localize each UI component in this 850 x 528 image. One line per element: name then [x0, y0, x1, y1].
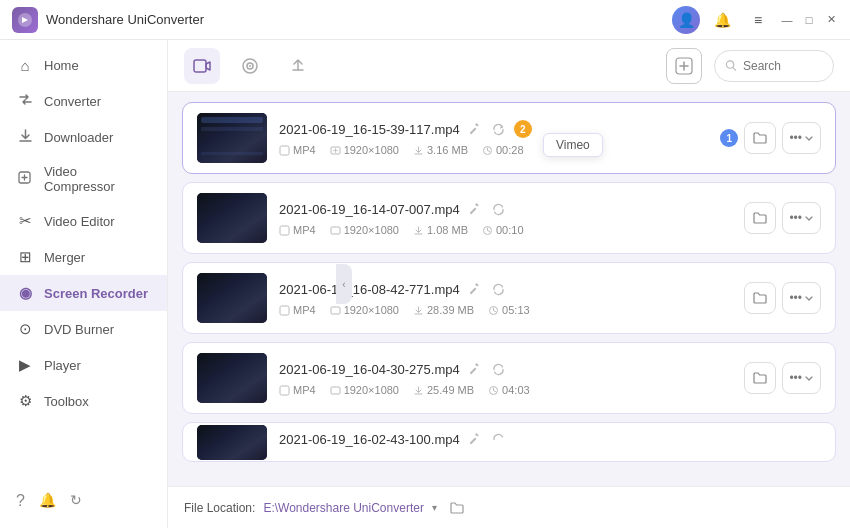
refresh-icon[interactable]	[490, 430, 508, 448]
file-info: 2021-06-19_16-15-39-117.mp4 2 MP4	[279, 120, 708, 156]
search-box[interactable]	[714, 50, 834, 82]
sidebar-item-label: Downloader	[44, 130, 113, 145]
refresh-icon[interactable]	[490, 200, 508, 218]
duration-info: 00:10	[482, 224, 524, 236]
file-card: 2021-06-19_16-08-42-771.mp4 MP4	[182, 262, 836, 334]
open-location-button[interactable]	[445, 496, 469, 520]
sidebar-item-screen-recorder[interactable]: ◉ Screen Recorder	[0, 275, 167, 311]
size-info: 25.49 MB	[413, 384, 474, 396]
minimize-button[interactable]: —	[780, 13, 794, 27]
profile-icon[interactable]: 👤	[672, 6, 700, 34]
svg-point-5	[249, 65, 251, 67]
file-thumbnail	[197, 353, 267, 403]
file-meta: MP4 1920×1080 1.08 MB 00:10	[279, 224, 732, 236]
edit-icon[interactable]	[466, 360, 484, 378]
tab-share[interactable]	[280, 48, 316, 84]
sidebar-item-video-compressor[interactable]: Video Compressor	[0, 155, 167, 203]
downloader-icon	[16, 128, 34, 146]
duration-info: 04:03	[488, 384, 530, 396]
dvd-icon: ⊙	[16, 320, 34, 338]
main-layout: ⌂ Home Converter Downloader Video Compre…	[0, 40, 850, 528]
svg-rect-11	[280, 226, 289, 235]
file-name-row: 2021-06-19_16-14-07-007.mp4	[279, 200, 732, 218]
sidebar-item-video-editor[interactable]: ✂ Video Editor	[0, 203, 167, 239]
close-button[interactable]: ✕	[824, 13, 838, 27]
file-card: 2021-06-19_16-04-30-275.mp4 MP4	[182, 342, 836, 414]
open-folder-button[interactable]	[744, 122, 776, 154]
resolution-info: 1920×1080	[330, 304, 399, 316]
edit-icon[interactable]	[466, 120, 484, 138]
more-options-button[interactable]: •••	[782, 122, 821, 154]
file-name: 2021-06-19_16-15-39-117.mp4	[279, 122, 460, 137]
file-resolution: 1920×1080	[344, 224, 399, 236]
app-logo	[12, 7, 38, 33]
sidebar-item-player[interactable]: ▶ Player	[0, 347, 167, 383]
refresh-icon[interactable]	[490, 360, 508, 378]
help-icon[interactable]: ?	[16, 492, 25, 510]
bell-icon[interactable]: 🔔	[708, 6, 736, 34]
file-name-row: 2021-06-19_16-15-39-117.mp4 2	[279, 120, 708, 138]
svg-rect-2	[194, 60, 206, 72]
edit-icon[interactable]	[466, 430, 484, 448]
add-files-button[interactable]	[666, 48, 702, 84]
file-location-path: E:\Wondershare UniConverter	[263, 501, 424, 515]
format-info: MP4	[279, 224, 316, 236]
path-dropdown-arrow[interactable]: ▾	[432, 502, 437, 513]
compressor-icon	[16, 170, 34, 188]
sidebar-item-label: Merger	[44, 250, 85, 265]
tab-audio[interactable]	[232, 48, 268, 84]
file-name-row: 2021-06-19_16-02-43-100.mp4	[279, 430, 821, 448]
svg-rect-18	[331, 387, 340, 394]
file-size: 1.08 MB	[427, 224, 468, 236]
content-area: 2021-06-19_16-15-39-117.mp4 2 MP4	[168, 40, 850, 528]
file-size: 3.16 MB	[427, 144, 468, 156]
edit-icon[interactable]	[466, 280, 484, 298]
refresh-icon[interactable]: ↻	[70, 492, 82, 510]
sidebar-item-merger[interactable]: ⊞ Merger	[0, 239, 167, 275]
sidebar-item-dvd-burner[interactable]: ⊙ DVD Burner	[0, 311, 167, 347]
refresh-icon[interactable]	[490, 120, 508, 138]
titlebar: Wondershare UniConverter 👤 🔔 ≡ — □ ✕	[0, 0, 850, 40]
notification-icon[interactable]: 🔔	[39, 492, 56, 510]
more-options-button[interactable]: •••	[782, 202, 821, 234]
svg-rect-17	[280, 386, 289, 395]
file-format: MP4	[293, 384, 316, 396]
svg-rect-12	[331, 227, 340, 234]
sidebar-item-home[interactable]: ⌂ Home	[0, 48, 167, 83]
sidebar-item-label: Video Editor	[44, 214, 115, 229]
file-name: 2021-06-19_16-04-30-275.mp4	[279, 362, 460, 377]
file-thumbnail	[197, 425, 267, 460]
svg-rect-14	[280, 306, 289, 315]
sidebar-item-label: Toolbox	[44, 394, 89, 409]
search-input[interactable]	[743, 59, 823, 73]
file-info: 2021-06-19_16-14-07-007.mp4 MP4	[279, 200, 732, 236]
file-name-row: 2021-06-19_16-04-30-275.mp4	[279, 360, 732, 378]
file-format: MP4	[293, 224, 316, 236]
more-options-button[interactable]: •••	[782, 282, 821, 314]
file-name: 2021-06-19_16-08-42-771.mp4	[279, 282, 460, 297]
home-icon: ⌂	[16, 57, 34, 74]
sidebar-item-toolbox[interactable]: ⚙ Toolbox	[0, 383, 167, 419]
open-folder-button[interactable]	[744, 282, 776, 314]
svg-point-7	[726, 61, 733, 68]
sidebar-item-converter[interactable]: Converter	[0, 83, 167, 119]
menu-icon[interactable]: ≡	[744, 6, 772, 34]
open-folder-button[interactable]	[744, 202, 776, 234]
resolution-info: 1920×1080	[330, 384, 399, 396]
topbar	[168, 40, 850, 92]
maximize-button[interactable]: □	[802, 13, 816, 27]
tab-video[interactable]	[184, 48, 220, 84]
svg-rect-15	[331, 307, 340, 314]
resolution-info: 1920×1080	[330, 224, 399, 236]
size-info: 3.16 MB	[413, 144, 468, 156]
more-options-button[interactable]: •••	[782, 362, 821, 394]
converter-icon	[16, 92, 34, 110]
file-duration: 04:03	[502, 384, 530, 396]
sidebar-item-label: Player	[44, 358, 81, 373]
open-folder-button[interactable]	[744, 362, 776, 394]
edit-icon[interactable]	[466, 200, 484, 218]
sidebar-collapse-button[interactable]: ‹	[336, 264, 352, 304]
file-size: 28.39 MB	[427, 304, 474, 316]
sidebar-item-downloader[interactable]: Downloader	[0, 119, 167, 155]
refresh-icon[interactable]	[490, 280, 508, 298]
